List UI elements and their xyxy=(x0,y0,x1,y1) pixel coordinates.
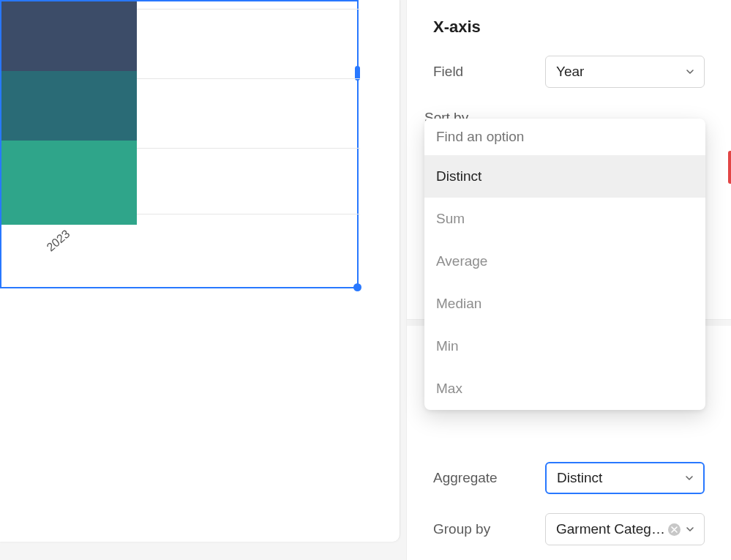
field-select[interactable]: Year xyxy=(545,56,705,88)
chart-canvas-panel: 2023 xyxy=(0,0,400,542)
dropdown-item-sum[interactable]: Sum xyxy=(424,198,705,240)
x-axis-tick-label: 2023 xyxy=(44,228,72,255)
chart-selection-frame[interactable]: 2023 xyxy=(0,0,359,288)
dropdown-item-distinct[interactable]: Distinct xyxy=(424,155,705,198)
aggregate-select[interactable]: Distinct xyxy=(545,462,705,494)
aggregate-dropdown: Distinct Sum Average Median Min Max xyxy=(424,119,705,410)
red-edge-indicator xyxy=(728,151,731,184)
chevron-down-icon xyxy=(685,524,695,534)
field-value: Year xyxy=(556,64,685,80)
groupby-label: Group by xyxy=(433,521,490,537)
dropdown-item-min[interactable]: Min xyxy=(424,325,705,367)
groupby-value: Garment Categ… xyxy=(556,521,668,537)
stacked-bar xyxy=(1,1,137,225)
field-row-aggregate: Aggregate Distinct xyxy=(433,462,705,494)
aggregate-value: Distinct xyxy=(557,470,684,486)
field-row-groupby: Group by Garment Categ… xyxy=(433,513,705,545)
bar-segment-middle xyxy=(1,71,137,141)
dropdown-item-average[interactable]: Average xyxy=(424,240,705,283)
chart-gridlines xyxy=(137,1,360,214)
field-row-field: Field Year xyxy=(433,56,705,88)
bar-segment-top xyxy=(1,1,137,71)
clear-icon[interactable] xyxy=(668,523,681,536)
dropdown-search-input[interactable] xyxy=(424,119,705,155)
chevron-down-icon xyxy=(684,473,694,483)
bar-segment-bottom xyxy=(1,141,137,225)
xaxis-title: X-axis xyxy=(433,18,705,37)
dropdown-item-max[interactable]: Max xyxy=(424,367,705,410)
chevron-down-icon xyxy=(685,67,695,77)
groupby-select[interactable]: Garment Categ… xyxy=(545,513,705,545)
aggregate-label: Aggregate xyxy=(433,470,498,486)
dropdown-item-median[interactable]: Median xyxy=(424,283,705,325)
field-label: Field xyxy=(433,64,463,80)
